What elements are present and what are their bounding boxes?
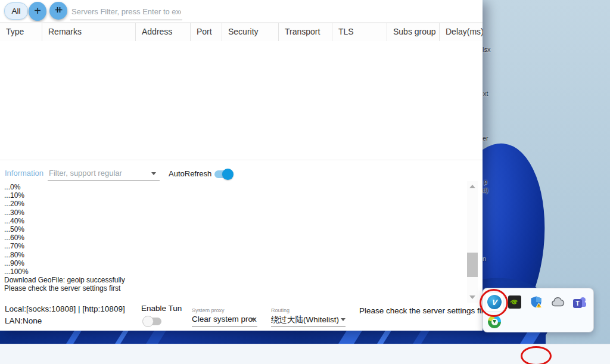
wallpaper-shard	[336, 331, 364, 344]
wallpaper-shard	[144, 331, 168, 344]
v2rayn-window: All + Type Remarks Address Port Security…	[0, 0, 483, 331]
column-header-delay[interactable]: Delay(ms)	[440, 23, 483, 41]
log-output: ...0% ...10% ...20% ...30% ...40% ...50%…	[4, 183, 463, 297]
sliders-icon	[54, 5, 63, 17]
annotation-circle-taskbar-chevron	[521, 346, 552, 364]
wallpaper-shard	[375, 331, 393, 344]
tab-information[interactable]: Information	[5, 169, 43, 178]
subscription-group-button[interactable]: All	[4, 2, 28, 20]
column-header-security[interactable]: Security	[222, 23, 279, 41]
toggle-knob	[142, 316, 154, 327]
log-line: ...30%	[4, 209, 463, 217]
log-scrollbar[interactable]	[467, 181, 478, 303]
lan-text: LAN:None	[5, 316, 42, 325]
server-table-body-empty[interactable]	[0, 41, 483, 160]
column-header-address[interactable]: Address	[136, 23, 191, 41]
shield-warning-icon	[530, 295, 543, 309]
column-header-port[interactable]: Port	[191, 23, 222, 41]
desktop-icon-label-fragment: p	[484, 178, 487, 185]
scroll-down-icon[interactable]	[469, 295, 475, 299]
annotation-circle-tray-v2rayn	[480, 289, 508, 317]
nvidia-eye-icon	[508, 295, 521, 309]
log-filter-combobox[interactable]: Filter, support regular	[48, 167, 160, 181]
log-line: ...100%	[4, 267, 463, 276]
log-line: ...10%	[4, 191, 463, 200]
server-table-header: Type Remarks Address Port Security Trans…	[0, 23, 483, 42]
log-line: ...90%	[4, 259, 463, 267]
column-header-type[interactable]: Type	[0, 23, 42, 41]
chevron-down-icon	[151, 172, 156, 175]
system-proxy-label: System proxy	[192, 307, 225, 313]
column-header-remarks[interactable]: Remarks	[42, 23, 136, 41]
desktop-icon-label-fragment: lsx	[483, 46, 490, 53]
local-endpoints-text: Local:[socks:10808] | [http:10809]	[5, 304, 125, 313]
desktop-icon-label-fragment: xt	[483, 90, 488, 97]
windows-security-tray-icon[interactable]	[529, 295, 543, 309]
pane-splitter[interactable]	[0, 160, 483, 160]
toggle-knob	[222, 169, 234, 180]
log-line: Please check the server settings first	[4, 284, 463, 293]
status-message: Please check the server settings fir	[359, 306, 484, 315]
microsoft-teams-tray-icon[interactable]: T	[572, 295, 586, 309]
combobox-underline	[192, 326, 257, 326]
enable-tun-label: Enable Tun	[141, 304, 182, 313]
log-line: Download GeoFile: geoip successfully	[4, 276, 463, 284]
cloud-icon	[551, 297, 565, 307]
chevron-down-icon	[341, 318, 346, 321]
log-line: ...50%	[4, 225, 463, 234]
log-line: ...60%	[4, 234, 463, 242]
system-proxy-combobox[interactable]: Clear system prox	[192, 315, 257, 323]
teams-letter: T	[575, 300, 579, 307]
servers-filter-input[interactable]	[70, 4, 182, 20]
column-header-subs-group[interactable]: Subs group	[387, 23, 440, 41]
autorefresh-label: AutoRefresh	[169, 169, 211, 178]
cloud-paused-tray-icon[interactable]	[550, 295, 565, 309]
log-line: ...40%	[4, 217, 463, 225]
desktop-icon-label-fragment: d)	[483, 186, 488, 194]
scrollbar-thumb[interactable]	[467, 253, 478, 277]
wallpaper-bottom-strip	[0, 331, 546, 344]
wallpaper-shard	[64, 331, 83, 344]
autorefresh-toggle[interactable]	[214, 170, 232, 178]
wallpaper-shard	[410, 331, 431, 344]
log-filter-placeholder: Filter, support regular	[49, 169, 122, 178]
column-header-tls[interactable]: TLS	[332, 23, 387, 41]
routing-combobox[interactable]: 绕过大陆(Whitelist)	[271, 315, 339, 325]
screen: lsx xt er p d) n All + Type Remarks Addr…	[0, 0, 610, 364]
enable-tun-toggle[interactable]	[144, 318, 161, 325]
column-header-transport[interactable]: Transport	[279, 23, 332, 41]
desktop-icon-label-fragment: n	[483, 255, 486, 262]
server-actions-button[interactable]	[49, 2, 67, 20]
routing-label: Routing	[271, 307, 290, 313]
log-line: ...70%	[4, 242, 463, 250]
log-line: ...0%	[4, 183, 463, 191]
desktop-icon-label-fragment: er	[483, 135, 488, 142]
add-server-button[interactable]: +	[29, 2, 46, 21]
wallpaper-shard	[518, 331, 543, 344]
log-line: ...20%	[4, 200, 463, 208]
idm-logo-icon	[488, 315, 501, 328]
taskbar: V فا	[0, 344, 610, 364]
scroll-up-icon[interactable]	[469, 185, 475, 188]
combobox-underline	[271, 326, 346, 326]
wallpaper-shard	[113, 331, 130, 344]
chevron-down-icon	[250, 318, 255, 321]
log-line: ...80%	[4, 251, 463, 259]
nvidia-settings-tray-icon[interactable]	[508, 295, 522, 309]
